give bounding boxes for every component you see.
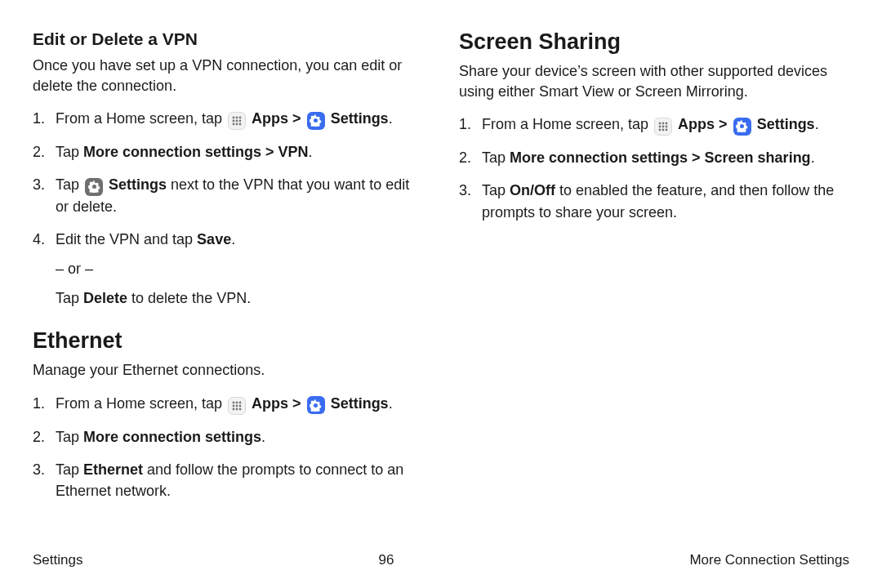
- footer-right: More Connection Settings: [689, 552, 849, 568]
- sep: >: [288, 110, 305, 127]
- step-text: From a Home screen, tap: [482, 116, 653, 132]
- period: .: [261, 429, 265, 445]
- period: .: [811, 149, 815, 166]
- settings-icon: [307, 112, 325, 130]
- bold-text: More connection settings > VPN: [83, 144, 309, 160]
- list-item: Tap More connection settings.: [33, 426, 423, 448]
- footer-left: Settings: [33, 552, 82, 568]
- vpn-heading: Edit or Delete a VPN: [33, 29, 423, 49]
- screen-heading: Screen Sharing: [459, 29, 849, 55]
- apps-label: Apps: [252, 395, 288, 412]
- period: .: [389, 395, 393, 412]
- bold-text: On/Off: [510, 182, 555, 198]
- step-text: to delete the VPN.: [127, 290, 251, 306]
- step-text: Tap: [482, 149, 510, 166]
- alt-step: Tap Delete to delete the VPN.: [56, 287, 423, 309]
- step-text: From a Home screen, tap: [56, 395, 226, 412]
- step-text: Tap: [56, 290, 83, 306]
- apps-icon: [228, 397, 246, 415]
- list-item: Tap Settings next to the VPN that you wa…: [33, 174, 423, 217]
- list-item: From a Home screen, tap Apps > Settings.: [33, 393, 423, 415]
- step-text: Tap: [482, 182, 510, 198]
- screen-intro: Share your device’s screen with other su…: [459, 61, 849, 102]
- period: .: [231, 231, 235, 247]
- or-line: – or –: [56, 258, 423, 279]
- settings-label: Settings: [331, 110, 389, 127]
- bold-text: More connection settings > Screen sharin…: [510, 149, 811, 166]
- ethernet-intro: Manage your Ethernet connections.: [33, 360, 423, 381]
- page-number: 96: [378, 552, 394, 568]
- step-text: Tap: [56, 429, 83, 445]
- list-item: Tap More connection settings > Screen sh…: [459, 147, 849, 168]
- sep: >: [715, 116, 732, 132]
- sep: >: [288, 395, 305, 412]
- ethernet-heading: Ethernet: [33, 328, 423, 354]
- vpn-intro: Once you have set up a VPN connection, y…: [33, 56, 423, 96]
- settings-label: Settings: [331, 395, 389, 412]
- bold-text: Delete: [83, 290, 127, 306]
- content-columns: Edit or Delete a VPN Once you have set u…: [33, 29, 849, 513]
- bold-text: More connection settings: [83, 429, 261, 445]
- apps-icon: [228, 112, 246, 130]
- screen-steps: From a Home screen, tap Apps > Settings.…: [459, 114, 849, 222]
- step-text: From a Home screen, tap: [56, 110, 226, 127]
- period: .: [309, 144, 313, 160]
- bold-text: Save: [197, 231, 231, 247]
- apps-label: Apps: [678, 116, 715, 132]
- list-item: Edit the VPN and tap Save. – or – Tap De…: [33, 229, 423, 309]
- bold-text: Settings: [109, 176, 167, 193]
- list-item: Tap On/Off to enabled the feature, and t…: [459, 180, 849, 222]
- ethernet-steps: From a Home screen, tap Apps > Settings.…: [33, 393, 423, 501]
- settings-grey-icon: [85, 178, 103, 196]
- period: .: [815, 116, 819, 132]
- right-column: Screen Sharing Share your device’s scree…: [459, 29, 849, 513]
- period: .: [389, 110, 393, 127]
- list-item: From a Home screen, tap Apps > Settings.: [33, 108, 423, 130]
- apps-icon: [654, 118, 672, 136]
- list-item: Tap More connection settings > VPN.: [33, 141, 423, 163]
- apps-label: Apps: [252, 110, 288, 127]
- list-item: From a Home screen, tap Apps > Settings.: [459, 114, 849, 136]
- step-text: Tap: [56, 176, 83, 193]
- step-text: Edit the VPN and tap: [56, 231, 197, 247]
- bold-text: Ethernet: [83, 461, 143, 478]
- step-text: Tap: [56, 461, 83, 478]
- settings-icon: [733, 118, 751, 136]
- left-column: Edit or Delete a VPN Once you have set u…: [33, 29, 423, 513]
- list-item: Tap Ethernet and follow the prompts to c…: [33, 459, 423, 501]
- vpn-steps: From a Home screen, tap Apps > Settings.…: [33, 108, 423, 309]
- settings-icon: [307, 396, 325, 414]
- page-footer: Settings 96 More Connection Settings: [33, 552, 849, 568]
- step-text: Tap: [56, 144, 83, 160]
- settings-label: Settings: [757, 116, 815, 132]
